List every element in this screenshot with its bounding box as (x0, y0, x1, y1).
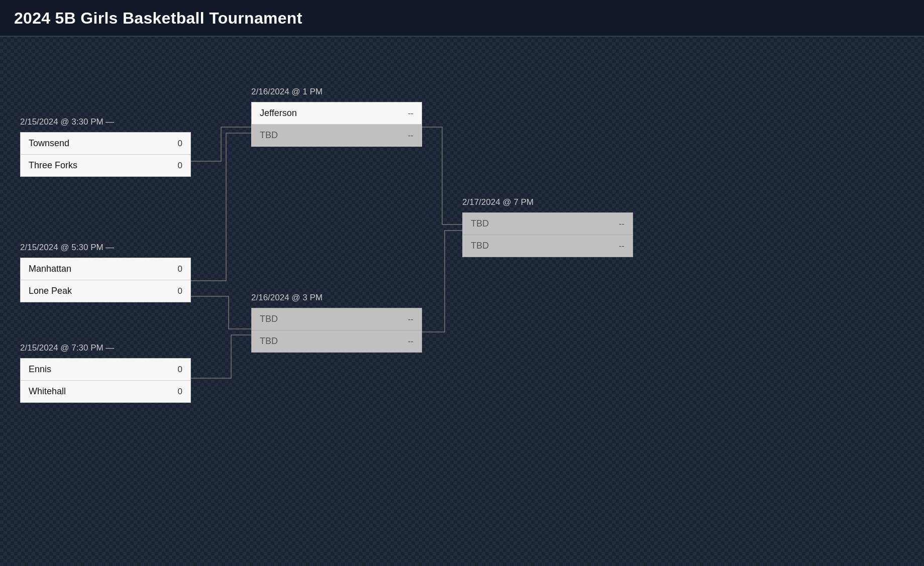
table-row: TBD -- (463, 235, 633, 257)
r1-m3-label: 2/15/2024 @ 7:30 PM — (20, 343, 191, 353)
r2-matchup-1: 2/16/2024 @ 1 PM Jefferson -- TBD -- (251, 87, 422, 147)
table-row: Townsend 0 (21, 133, 190, 155)
team-score: 0 (178, 365, 182, 375)
team-name: Lone Peak (29, 286, 72, 296)
r2-m2-label: 2/16/2024 @ 3 PM (251, 293, 422, 303)
team-score: 0 (178, 387, 182, 397)
line-r1m1-r2m1 (191, 127, 251, 161)
team-score: -- (619, 241, 625, 251)
r2-m1-label: 2/16/2024 @ 1 PM (251, 87, 422, 97)
team-score: -- (408, 108, 414, 119)
r1-m2-box: Manhattan 0 Lone Peak 0 (20, 258, 191, 302)
table-row: TBD -- (252, 330, 422, 352)
r2-m1-box: Jefferson -- TBD -- (251, 102, 422, 147)
page-title: 2024 5B Girls Basketball Tournament (14, 9, 910, 28)
team-score: 0 (178, 264, 182, 274)
team-score: 0 (178, 139, 182, 149)
r2-m2-box: TBD -- TBD -- (251, 308, 422, 353)
table-row: Lone Peak 0 (21, 280, 190, 302)
line-r2m1-r3m1 (422, 127, 462, 224)
r1-m2-label: 2/15/2024 @ 5:30 PM — (20, 243, 191, 253)
team-name: Townsend (29, 138, 69, 149)
r2-matchup-2: 2/16/2024 @ 3 PM TBD -- TBD -- (251, 293, 422, 353)
r1-m1-label: 2/15/2024 @ 3:30 PM — (20, 117, 191, 127)
team-name: TBD (471, 241, 489, 251)
team-score: -- (408, 131, 414, 141)
table-row: TBD -- (463, 213, 633, 235)
team-name: TBD (260, 130, 278, 141)
line-r1m3-r2m2 (191, 335, 251, 378)
table-row: Jefferson -- (252, 102, 422, 125)
table-row: TBD -- (252, 308, 422, 330)
r1-matchup-2: 2/15/2024 @ 5:30 PM — Manhattan 0 Lone P… (20, 243, 191, 302)
team-score: 0 (178, 286, 182, 296)
r3-matchup-1: 2/17/2024 @ 7 PM TBD -- TBD -- (462, 197, 633, 257)
team-score: -- (619, 219, 625, 229)
table-row: Whitehall 0 (21, 381, 190, 402)
r1-matchup-3: 2/15/2024 @ 7:30 PM — Ennis 0 Whitehall … (20, 343, 191, 403)
r1-m3-box: Ennis 0 Whitehall 0 (20, 358, 191, 403)
team-score: -- (408, 336, 414, 347)
team-name: Manhattan (29, 264, 71, 274)
team-name: TBD (260, 336, 278, 347)
team-name: TBD (260, 314, 278, 324)
table-row: Manhattan 0 (21, 258, 190, 280)
table-row: Ennis 0 (21, 359, 190, 381)
team-name: TBD (471, 218, 489, 229)
r1-matchup-1: 2/15/2024 @ 3:30 PM — Townsend 0 Three F… (20, 117, 191, 177)
team-name: Whitehall (29, 386, 66, 397)
table-row: Three Forks 0 (21, 155, 190, 176)
bracket-container: 2/15/2024 @ 3:30 PM — Townsend 0 Three F… (20, 47, 899, 529)
team-name: Ennis (29, 364, 51, 375)
team-name: Jefferson (260, 108, 297, 119)
table-row: TBD -- (252, 125, 422, 146)
line-r1m2-r2m2 (191, 296, 251, 329)
header: 2024 5B Girls Basketball Tournament (0, 0, 924, 37)
team-score: -- (408, 314, 414, 324)
r3-m1-box: TBD -- TBD -- (462, 212, 633, 257)
line-r2m2-r3m1 (422, 231, 462, 332)
r1-m1-box: Townsend 0 Three Forks 0 (20, 132, 191, 177)
line-r1m2-r2m1 (191, 133, 251, 281)
page: 2024 5B Girls Basketball Tournament 2/15… (0, 0, 924, 566)
team-score: 0 (178, 161, 182, 171)
team-name: Three Forks (29, 160, 77, 171)
r3-m1-label: 2/17/2024 @ 7 PM (462, 197, 633, 207)
